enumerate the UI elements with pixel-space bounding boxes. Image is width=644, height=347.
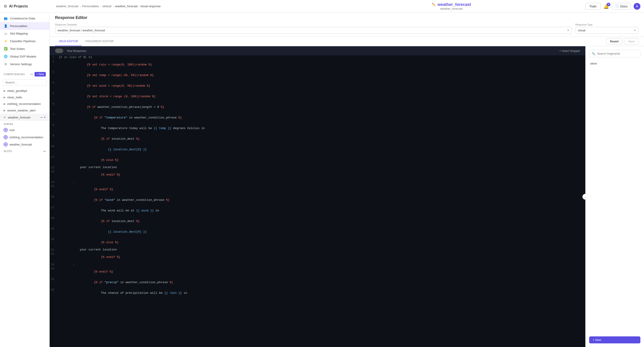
line-content-22: {% endif %} [59,252,120,262]
response-type-select[interactable]: visual ▼ [576,27,638,34]
code-editor[interactable]: 1 {# in lieu of BL #} 2 {% set rain = ra… [50,55,585,347]
code-line-18: 18 {% if location_dest %} [50,216,585,226]
edit-icon[interactable]: ✏️ [432,3,436,6]
line-num-14: 14 [50,180,59,184]
line-num-19: 19 [50,227,59,230]
sidebar-item-personalities[interactable]: 👤 Personalities [0,22,50,30]
response-type-label: Response Type [576,23,638,26]
code-line-7: 7 {% if "temperature" in weather_conditi… [50,112,585,123]
code-line-13: 13 {% endif %} [50,170,585,180]
slots-more-icon[interactable]: ••• [43,150,46,152]
insert-snippet-button[interactable]: + Insert Snippet [560,49,580,52]
state-weather-forecast[interactable]: weather_forecast [0,141,50,148]
docs-button[interactable]: 📄 Docs [612,3,631,10]
competency-clothing-recommendation[interactable]: ▶ clothing_recommendation [0,101,50,107]
chevron-icon-goodbye: ▶ [4,89,6,92]
competencies-label: COMPETENCIES [4,73,25,76]
line-content-26: The chance of precipitation will be {{ r… [59,288,187,298]
sidebar-item-slot-mapping[interactable]: 🗂 Slot Mapping [0,30,50,37]
docs-icon: 📄 [615,4,619,8]
tab-fragment[interactable]: FRAGMENT EDITOR [82,37,117,46]
code-line-14: 14 . [50,180,585,184]
line-num-24: 24 [50,267,59,270]
line-content-6: {% if weather_condition_phrase|length > … [59,102,164,112]
line-content-7: {% if "temperature" in weather_condition… [59,112,182,123]
sidebar: 👥 Crowdsource Data 👤 Personalities 🗂 Slo… [0,13,50,347]
sidebar-item-test-suites[interactable]: ✅ Test Suites [0,45,50,52]
fragment-panel-content: 🔍 oliver [586,46,644,334]
state-icon-clothing [4,135,8,139]
competency-clean-goodbye[interactable]: ▶ clean_goodbye [0,88,50,94]
fragment-search: 🔍 [589,50,640,57]
state-root[interactable]: root [0,126,50,134]
template-dropdown-icon: ▼ [567,29,569,32]
fragment-search-input[interactable] [597,52,638,55]
personalities-icon: 👤 [4,24,8,28]
editor-title: Response Editor [55,15,638,20]
response-template-select[interactable]: weather_forecast / weather_forecast ▼ [55,27,572,34]
app-layout: ⚙ AI Projects weather_forecast › Persona… [0,0,644,347]
search-icon: 🔍 [592,52,595,55]
state-clothing[interactable]: clothing_recommendation [0,134,50,141]
line-num-16: 16 [50,195,59,198]
tab-jinja[interactable]: JINJA EDITOR [55,37,82,46]
collapse-panel-button[interactable]: › [582,194,588,200]
competencies-more-icon[interactable]: ••• [30,73,33,76]
slot-mapping-icon: 🗂 [4,32,8,35]
code-line-19: 19 {{ location_dest[0] }} [50,226,585,237]
response-type-value: visual [578,29,585,32]
line-num-1: 1 [50,56,59,59]
line-num-18: 18 [50,216,59,220]
fragment-new-button[interactable]: + New [589,336,640,344]
line-content-12: your current location [59,166,117,169]
sidebar-item-crowdsource[interactable]: 👥 Crowdsource Data [0,14,50,22]
competency-label-hello: clean_hello [7,96,22,99]
breadcrumb-current: weather_forecast - visual response [115,4,161,8]
states-label: STATES [0,121,50,126]
search-input[interactable] [3,79,47,86]
sidebar-item-global-svp[interactable]: 🌐 Global SVP Models [0,52,50,60]
state-icon-root [4,128,8,132]
code-line-8: 8 The temperature today will be {{ temp … [50,123,585,134]
editor-header: Response Editor Response Template weathe… [50,13,644,37]
competency-clean-hello[interactable]: ▶ clean_hello [0,94,50,101]
train-button[interactable]: Train [585,3,601,10]
add-competency-button[interactable]: + New [34,72,46,76]
fragment-item-oliver[interactable]: oliver [589,60,640,67]
line-content-11: {% else %} [59,155,118,165]
competency-weather-actions: ••• + [40,115,46,119]
breadcrumb-item-1[interactable]: weather_forecast [56,4,78,8]
competency-label-clothing: clothing_recommendation [7,102,41,106]
test-response-toggle[interactable] [55,48,63,53]
line-num-12: 12 [50,166,59,169]
code-line-22: 22 {% endif %} [50,252,585,262]
breadcrumb-item-3[interactable]: default [103,4,112,8]
line-content-8: The temperature today will be {{ temp }}… [59,123,205,133]
competency-severe-weather[interactable]: ▶ severe_weather_alert [0,107,50,114]
save-button[interactable]: Save [624,38,638,45]
competency-weather-forecast[interactable]: ▼ weather_forecast ••• + [0,114,50,121]
slots-text: SLOTS [4,150,12,152]
line-content-20: {% else %} [59,237,118,248]
chevron-icon-severe: ▶ [4,109,6,112]
code-line-16: 16 {% if "wind" in weather_condition_phr… [50,195,585,205]
revert-button[interactable]: Revert [606,38,622,45]
line-content-14: . [59,180,74,184]
notification-button[interactable]: 🔔 4 [604,4,609,9]
line-content-25: {% if "precip" in weather_condition_phra… [59,277,173,288]
breadcrumb-item-2[interactable]: Personalities [82,4,99,8]
breadcrumb: weather_forecast › Personalities › defau… [56,4,318,8]
line-num-20: 20 [50,237,59,241]
response-template-label: Response Template [55,23,572,26]
topbar-left: ⚙ AI Projects [4,4,53,9]
sidebar-item-label-version-settings: Version Settings [10,62,32,66]
state-label-clothing: clothing_recommendation [10,136,43,139]
avatar[interactable]: A [634,3,640,10]
sidebar-item-version-settings[interactable]: ⚙ Version Settings [0,60,50,68]
sidebar-item-classifier[interactable]: ⚡ Classifier Pipelines [0,37,50,45]
tabs-right: Revert Save [606,38,638,45]
notification-badge: 4 [607,3,610,6]
competency-add-icon[interactable]: + [44,115,46,119]
line-num-22: 22 [50,252,59,256]
competency-more-icon[interactable]: ••• [40,116,43,119]
